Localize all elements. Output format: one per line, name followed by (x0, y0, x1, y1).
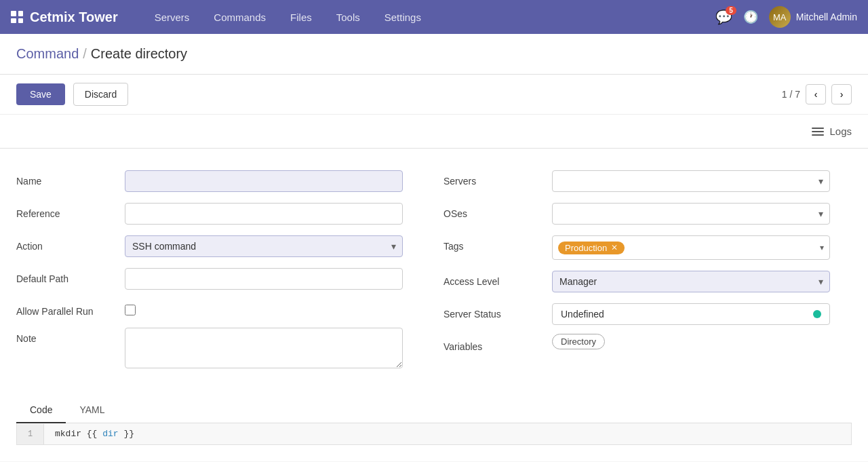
tags-dropdown-arrow: ▾ (820, 243, 824, 252)
reference-input[interactable]: create_directory (125, 203, 403, 225)
breadcrumb: Command / Create directory (16, 46, 187, 62)
reference-control: create_directory (125, 203, 403, 225)
server-status-field[interactable]: Undefined (552, 303, 830, 325)
server-status-field-row: Server Status Undefined (443, 303, 830, 325)
line-code-content: mkdir {{ dir }} (44, 423, 145, 444)
name-control: Create directory (125, 170, 403, 192)
nav-settings[interactable]: Settings (375, 6, 431, 28)
pagination: 1 / 7 ‹ › (782, 84, 852, 104)
variables-control: Directory (552, 336, 830, 347)
oses-label: OSes (443, 203, 552, 219)
oses-select[interactable] (552, 203, 830, 225)
tags-input[interactable]: Production ✕ ▾ (552, 235, 830, 260)
save-button[interactable]: Save (16, 83, 65, 105)
logs-bar: Logs (0, 115, 868, 149)
code-tabs: Code YAML (16, 398, 852, 423)
reference-label: Reference (16, 203, 125, 219)
tab-yaml[interactable]: YAML (66, 398, 118, 423)
logs-label: Logs (829, 126, 852, 137)
tags-field-row: Tags Production ✕ ▾ (443, 235, 830, 260)
default-path-input[interactable]: /home/{{ tower.server.username }} (125, 268, 403, 290)
page-info: 1 / 7 (782, 89, 800, 100)
tags-label: Tags (443, 235, 552, 252)
form-grid: Name Create directory Reference create_d… (16, 170, 830, 381)
nav-tools[interactable]: Tools (327, 6, 370, 28)
nav-files[interactable]: Files (281, 6, 321, 28)
variables-label: Variables (443, 336, 552, 352)
note-control (125, 328, 403, 370)
oses-field-row: OSes (443, 203, 830, 225)
form-right-section: Servers OSes (443, 170, 830, 381)
tag-production-remove[interactable]: ✕ (611, 243, 618, 252)
access-level-field-row: Access Level Manager (443, 271, 830, 292)
action-field-row: Action SSH command (16, 235, 403, 257)
discard-button[interactable]: Discard (73, 83, 128, 106)
server-status-label: Server Status (443, 303, 552, 320)
name-field-row: Name Create directory (16, 170, 403, 192)
default-path-control: /home/{{ tower.server.username }} (125, 268, 403, 290)
server-status-value: Undefined (561, 309, 604, 320)
line-number: 1 (17, 424, 44, 444)
tags-control: Production ✕ ▾ (552, 235, 830, 260)
server-status-control: Undefined (552, 303, 830, 325)
tag-production: Production ✕ (558, 242, 625, 254)
default-path-label: Default Path (16, 268, 125, 284)
action-control: SSH command (125, 235, 403, 257)
prev-page-button[interactable]: ‹ (806, 84, 826, 104)
nav-servers[interactable]: Servers (145, 6, 199, 28)
action-buttons: Save Discard (16, 83, 128, 106)
allow-parallel-checkbox[interactable] (125, 305, 136, 315)
status-dot-icon (813, 310, 821, 318)
allow-parallel-control (125, 301, 403, 315)
variable-directory-badge[interactable]: Directory (552, 334, 605, 349)
servers-control (552, 170, 830, 192)
main-content: Name Create directory Reference create_d… (0, 149, 868, 461)
navbar: Cetmix Tower Servers Commands Files Tool… (0, 0, 868, 34)
allow-parallel-field-row: Allow Parallel Run (16, 301, 403, 317)
form-left-section: Name Create directory Reference create_d… (16, 170, 403, 381)
note-field-row: Note (16, 328, 403, 370)
oses-control (552, 203, 830, 225)
tag-production-label: Production (565, 243, 607, 253)
breadcrumb-separator: / (83, 46, 87, 62)
note-textarea[interactable] (125, 328, 403, 368)
notification-badge: 5 (726, 6, 736, 15)
code-block: 1 mkdir {{ dir }} (16, 423, 852, 445)
access-level-control: Manager (552, 271, 830, 292)
reference-field-row: Reference create_directory (16, 203, 403, 225)
servers-label: Servers (443, 170, 552, 187)
grid-icon (11, 11, 23, 23)
notifications-button[interactable]: 💬 5 (715, 9, 732, 25)
access-level-select[interactable]: Manager (552, 271, 830, 292)
name-input[interactable]: Create directory (125, 170, 403, 192)
access-level-label: Access Level (443, 271, 552, 287)
note-label: Note (16, 328, 125, 344)
action-row: Save Discard 1 / 7 ‹ › (0, 75, 868, 115)
breadcrumb-current: Create directory (91, 46, 187, 62)
nav-right: 💬 5 🕐 MA Mitchell Admin (715, 6, 857, 28)
servers-select[interactable] (552, 170, 830, 192)
tab-code[interactable]: Code (16, 398, 66, 423)
breadcrumb-parent[interactable]: Command (16, 46, 79, 62)
next-page-button[interactable]: › (831, 84, 852, 104)
user-name: Mitchell Admin (796, 12, 857, 22)
logs-button[interactable]: Logs (812, 126, 852, 137)
variables-field-row: Variables Directory (443, 336, 830, 352)
nav-commands[interactable]: Commands (204, 6, 275, 28)
toolbar-bar: Command / Create directory (0, 34, 868, 75)
clock-button[interactable]: 🕐 (743, 9, 758, 24)
avatar: MA (769, 6, 791, 28)
code-variable: dir (102, 429, 118, 439)
allow-parallel-label: Allow Parallel Run (16, 301, 125, 317)
code-section: Code YAML 1 mkdir {{ dir }} (16, 398, 852, 445)
nav-links: Servers Commands Files Tools Settings (145, 6, 705, 28)
name-label: Name (16, 170, 125, 187)
action-label: Action (16, 235, 125, 252)
app-title: Cetmix Tower (30, 9, 118, 25)
servers-field-row: Servers (443, 170, 830, 192)
default-path-field-row: Default Path /home/{{ tower.server.usern… (16, 268, 403, 290)
hamburger-icon (812, 128, 824, 136)
action-select[interactable]: SSH command (125, 235, 403, 257)
app-brand: Cetmix Tower (11, 9, 118, 25)
user-info: MA Mitchell Admin (769, 6, 857, 28)
